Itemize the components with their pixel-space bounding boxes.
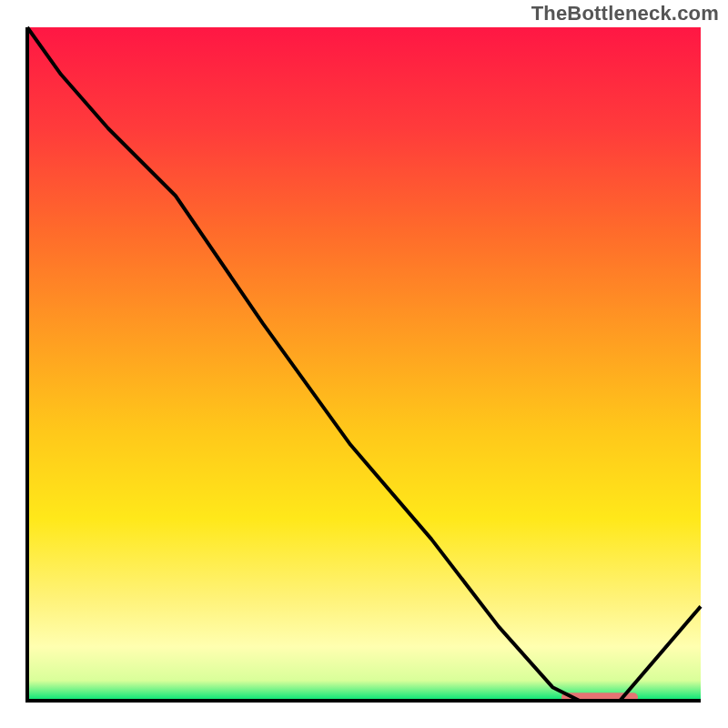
bottleneck-chart [0, 0, 728, 728]
plot-background [27, 27, 701, 701]
